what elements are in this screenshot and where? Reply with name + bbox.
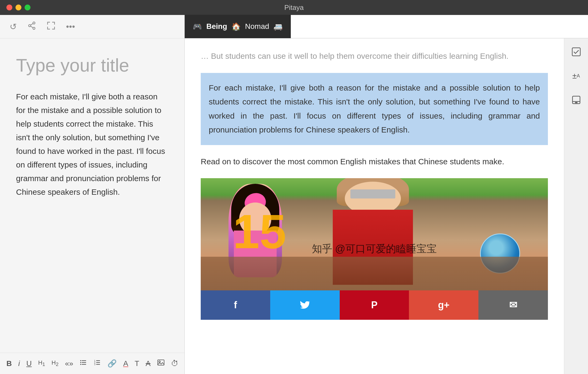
- editor-body-text[interactable]: For each mistake, I'll give both a reaso…: [16, 90, 168, 199]
- svg-rect-22: [575, 102, 578, 103]
- article-bottom-text: Read on to discover the most common Engl…: [201, 155, 548, 169]
- article-top-text: … But students can use it well to help t…: [201, 49, 548, 63]
- main-container: ↺ ••• Typ: [0, 15, 588, 374]
- highlighted-paragraph: For each mistake, I'll give both a reaso…: [201, 73, 548, 145]
- close-button[interactable]: [6, 5, 12, 10]
- italic-icon[interactable]: i: [18, 359, 20, 368]
- svg-point-2: [33, 27, 35, 29]
- googleplus-button[interactable]: g+: [409, 290, 478, 320]
- text-format-icon[interactable]: T: [135, 359, 139, 368]
- bottom-toolbar: B i U H1 H2 «»: [0, 353, 184, 374]
- hamburger-line-3: [564, 29, 576, 31]
- formula-icon[interactable]: ± A: [568, 68, 584, 84]
- social-bar: f P g+ ✉: [201, 290, 548, 320]
- browser-logo: 🎮 Being 🏠 Nomad 🚐: [185, 15, 291, 38]
- list-ordered-icon[interactable]: 1 2 3: [94, 359, 101, 368]
- email-button[interactable]: ✉: [478, 290, 548, 320]
- twitter-button[interactable]: [270, 290, 340, 320]
- svg-line-3: [31, 24, 33, 25]
- more-icon[interactable]: •••: [66, 22, 75, 32]
- hamburger-menu[interactable]: [564, 20, 580, 33]
- maximize-button[interactable]: [25, 5, 30, 10]
- editor-title-placeholder[interactable]: Type your title: [16, 54, 168, 76]
- timer-icon[interactable]: ⏱: [171, 359, 179, 368]
- editor-content[interactable]: Type your title For each mistake, I'll g…: [0, 38, 184, 353]
- minimize-button[interactable]: [16, 5, 21, 10]
- svg-point-1: [29, 25, 31, 27]
- article-image: 15 知乎 @可口可爱的瞌睡宝宝: [201, 178, 548, 290]
- image-icon[interactable]: [157, 359, 165, 368]
- link-icon[interactable]: 🔗: [107, 359, 117, 368]
- fullscreen-icon[interactable]: [47, 21, 55, 32]
- svg-rect-19: [572, 48, 580, 56]
- right-sidebar-icons: ± A: [564, 38, 588, 374]
- logo-rv-icon: 🚐: [273, 22, 283, 31]
- check-icon[interactable]: [568, 44, 584, 60]
- editor-panel: ↺ ••• Typ: [0, 15, 184, 374]
- refresh-icon[interactable]: ↺: [10, 22, 17, 32]
- svg-rect-17: [158, 360, 164, 365]
- svg-point-18: [159, 361, 160, 363]
- hamburger-line-2: [564, 26, 576, 27]
- underline-icon[interactable]: U: [26, 359, 32, 368]
- number-overlay: 15: [233, 208, 286, 256]
- list-unordered-icon[interactable]: [80, 359, 87, 368]
- logo-being-text: Being: [206, 22, 227, 31]
- logo-nomad-text: Nomad: [245, 22, 269, 31]
- desk-surface: [201, 257, 548, 290]
- svg-point-0: [33, 22, 35, 24]
- svg-line-4: [31, 26, 33, 28]
- heading1-icon[interactable]: H1: [38, 359, 45, 367]
- highlighted-text: For each mistake, I'll give both a reaso…: [209, 83, 540, 134]
- logo-game-icon: 🎮: [193, 22, 202, 31]
- svg-text:3: 3: [94, 363, 95, 366]
- svg-point-8: [80, 360, 81, 361]
- quote-icon[interactable]: «»: [65, 359, 73, 368]
- facebook-button[interactable]: f: [201, 290, 270, 320]
- app-title: Pitaya: [284, 3, 304, 12]
- window-controls: [6, 5, 30, 10]
- tray-icon[interactable]: [568, 92, 584, 108]
- heading2-icon[interactable]: H2: [52, 359, 59, 367]
- bold-icon[interactable]: B: [6, 359, 12, 368]
- strikethrough-icon[interactable]: A: [146, 359, 151, 368]
- editor-toolbar: ↺ •••: [0, 15, 184, 38]
- zhihu-watermark: 知乎 @可口可爱的瞌睡宝宝: [312, 242, 437, 256]
- title-bar: Pitaya: [0, 0, 588, 15]
- browser-content[interactable]: … But students can use it well to help t…: [185, 38, 564, 374]
- browser-panel: 🎮 Being 🏠 Nomad 🚐 … But students can use…: [184, 15, 588, 374]
- text-color-icon[interactable]: A: [123, 359, 128, 368]
- svg-point-9: [80, 362, 81, 363]
- svg-point-10: [80, 364, 81, 365]
- pinterest-button[interactable]: P: [340, 290, 409, 320]
- share-icon[interactable]: [28, 21, 36, 32]
- browser-toolbar: 🎮 Being 🏠 Nomad 🚐: [185, 15, 588, 38]
- logo-figure-icon: 🏠: [231, 22, 241, 31]
- hamburger-line-1: [564, 22, 576, 24]
